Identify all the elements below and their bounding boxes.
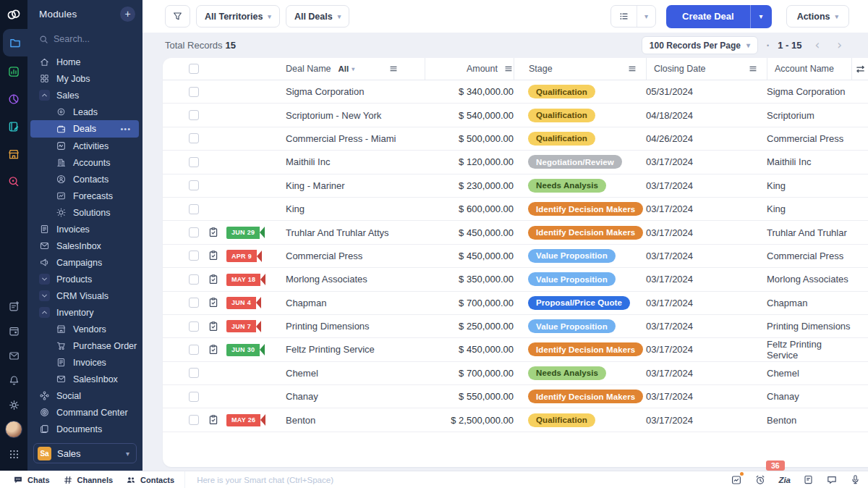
sidebar-item-products[interactable]: Products •••	[27, 271, 142, 287]
account-name-link[interactable]: Scriptorium	[767, 110, 851, 121]
column-settings-icon[interactable]	[851, 58, 868, 80]
row-checkbox[interactable]	[189, 227, 199, 237]
territories-filter-dropdown[interactable]: All Territories	[196, 5, 280, 28]
sidebar-item-sales[interactable]: Sales •••	[27, 87, 142, 104]
sidebar-item-activities[interactable]: Activities •••	[27, 138, 142, 154]
account-name-link[interactable]: Chanay	[767, 391, 851, 402]
account-name-link[interactable]: King	[767, 203, 851, 214]
row-checkbox[interactable]	[189, 157, 199, 167]
table-row[interactable]: JUN 29 Truhlar And Truhlar Attys $ 450,0…	[163, 221, 868, 244]
sidebar-item-command-center[interactable]: Command Center •••	[27, 404, 142, 421]
row-checkbox[interactable]	[189, 180, 199, 190]
sidebar-item-home[interactable]: Home •••	[27, 54, 142, 70]
table-row[interactable]: MAY 18 Morlong Associates $ 350,000.00 V…	[163, 268, 868, 291]
channels-button[interactable]: Channels	[63, 475, 114, 485]
row-checkbox[interactable]	[189, 345, 199, 355]
account-name-link[interactable]: Chemel	[767, 368, 851, 379]
bell-icon[interactable]	[0, 368, 27, 392]
row-checkbox[interactable]	[189, 110, 199, 120]
deal-name-link[interactable]: Chapman	[280, 298, 425, 308]
sidebar-item-contacts[interactable]: Contacts •••	[27, 171, 142, 188]
sidebar-item-invoices[interactable]: Invoices •••	[27, 354, 142, 371]
row-checkbox[interactable]	[189, 274, 199, 285]
analytics-chart-icon[interactable]	[0, 59, 27, 84]
row-checkbox[interactable]	[189, 321, 199, 332]
sidebar-search-input[interactable]	[54, 34, 131, 44]
workspace-selector[interactable]: Sa Sales	[33, 443, 137, 463]
row-checkbox[interactable]	[189, 392, 199, 402]
chats-button[interactable]: Chats	[13, 475, 50, 485]
column-header-closing-date[interactable]: Closing Date	[654, 64, 706, 74]
table-row[interactable]: JUN 30 Feltz Printing Service $ 450,000.…	[163, 338, 868, 361]
row-checkbox[interactable]	[189, 133, 199, 143]
table-row[interactable]: JUN 4 Chapman $ 700,000.00 Proposal/Pric…	[163, 292, 868, 315]
create-deal-caret-button[interactable]	[750, 5, 772, 28]
list-view-button[interactable]	[611, 6, 637, 27]
table-row[interactable]: Scriptorium - New York $ 540,000.00 Qual…	[163, 104, 868, 127]
sidebar-item-forecasts[interactable]: Forecasts •••	[27, 188, 142, 204]
deal-name-link[interactable]: Benton	[280, 415, 425, 426]
smart-chat-input[interactable]	[197, 476, 731, 484]
records-per-page-dropdown[interactable]: 100 Records Per Page	[642, 36, 758, 54]
comment-icon[interactable]	[826, 474, 838, 486]
filter-button[interactable]	[165, 5, 190, 28]
column-menu-icon[interactable]	[503, 64, 514, 74]
deal-name-link[interactable]: King	[280, 203, 425, 214]
deal-name-link[interactable]: Printing Dimensions	[280, 321, 425, 332]
sidebar-item-leads[interactable]: Leads •••	[27, 104, 142, 120]
prev-page-button[interactable]: ‹	[810, 39, 824, 51]
add-module-button[interactable]	[120, 7, 135, 22]
more-options-icon[interactable]: •••	[120, 125, 131, 133]
sidebar-item-purchase-order[interactable]: Purchase Order •••	[27, 337, 142, 354]
sidebar-item-inventory[interactable]: Inventory •••	[27, 304, 142, 321]
notification-badge[interactable]: 36	[766, 460, 785, 471]
alarm-icon[interactable]	[754, 474, 766, 486]
apps-grid-icon[interactable]	[0, 442, 27, 466]
compose-note-icon[interactable]	[0, 294, 27, 319]
actions-dropdown[interactable]: Actions	[786, 5, 849, 28]
sidebar-item-my-jobs[interactable]: My Jobs •••	[27, 70, 142, 87]
deals-view-dropdown[interactable]: All Deals	[286, 5, 349, 28]
table-row[interactable]: King - Mariner $ 230,000.00 Needs Analys…	[163, 174, 868, 198]
sidebar-item-salesinbox[interactable]: SalesInbox •••	[27, 371, 142, 387]
user-avatar[interactable]	[0, 417, 27, 442]
sidebar-item-visitors[interactable]: Visitors •••	[27, 437, 142, 439]
account-name-link[interactable]: Truhlar And Truhlar	[767, 227, 851, 238]
account-name-link[interactable]: Maithili Inc	[767, 156, 851, 167]
table-row[interactable]: Chanay $ 550,000.00 Identify Decision Ma…	[163, 385, 868, 408]
sidebar-search[interactable]	[27, 29, 142, 49]
deal-name-link[interactable]: King - Mariner	[280, 180, 425, 191]
deal-name-link[interactable]: Commercial Press	[280, 251, 425, 261]
next-page-button[interactable]: ›	[833, 39, 846, 51]
row-checkbox[interactable]	[189, 87, 199, 97]
deal-name-link[interactable]: Chanay	[280, 391, 425, 402]
account-name-link[interactable]: King	[767, 180, 851, 191]
sidebar-item-crm-visuals[interactable]: CRM Visuals •••	[27, 287, 142, 304]
list-view-caret-button[interactable]	[637, 6, 655, 27]
row-checkbox[interactable]	[189, 204, 199, 214]
create-deal-button[interactable]: Create Deal	[666, 11, 750, 22]
table-row[interactable]: King $ 600,000.00 Identify Decision Make…	[163, 198, 868, 221]
row-checkbox[interactable]	[189, 251, 199, 261]
account-name-link[interactable]: Feltz Printing Service	[767, 339, 851, 361]
table-row[interactable]: MAY 26 Benton $ 2,500,000.00 Qualificati…	[163, 408, 868, 432]
account-name-link[interactable]: Printing Dimensions	[767, 321, 851, 332]
column-menu-icon[interactable]	[748, 64, 758, 74]
notes-icon[interactable]	[803, 474, 814, 485]
sidebar-item-accounts[interactable]: Accounts •••	[27, 154, 142, 171]
notebook-icon[interactable]	[0, 114, 27, 139]
contacts-button[interactable]: Contacts	[126, 475, 174, 485]
deal-name-link[interactable]: Maithili Inc	[280, 156, 425, 167]
deal-name-link[interactable]: Morlong Associates	[280, 274, 425, 285]
table-row[interactable]: APR 9 Commercial Press $ 450,000.00 Valu…	[163, 245, 868, 268]
sidebar-item-campaigns[interactable]: Campaigns •••	[27, 254, 142, 271]
table-row[interactable]: Commercial Press - Miami $ 500,000.00 Qu…	[163, 127, 868, 151]
table-row[interactable]: Sigma Corporation $ 340,000.00 Qualifica…	[163, 80, 868, 104]
account-name-link[interactable]: Commercial Press	[767, 133, 851, 144]
account-name-link[interactable]: Benton	[767, 415, 851, 426]
sidebar-item-invoices[interactable]: Invoices •••	[27, 221, 142, 237]
row-checkbox[interactable]	[189, 368, 199, 378]
deal-name-link[interactable]: Chemel	[280, 368, 425, 379]
column-header-amount[interactable]: Amount	[467, 64, 498, 74]
row-checkbox[interactable]	[189, 415, 199, 425]
